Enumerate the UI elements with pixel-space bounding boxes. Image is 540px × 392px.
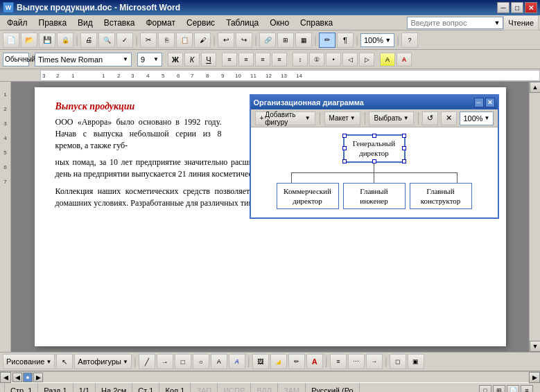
- drawing-button[interactable]: ✏: [319, 33, 336, 48]
- org-close-btn2[interactable]: ✕: [441, 112, 457, 125]
- open-button[interactable]: 📂: [21, 33, 37, 48]
- permission-button[interactable]: 🔒: [57, 33, 73, 48]
- maximize-button[interactable]: □: [511, 2, 523, 13]
- status-line: Ст 1: [132, 383, 159, 392]
- arrow-line-button[interactable]: →: [157, 354, 173, 369]
- sel-handle-tr: [402, 134, 406, 138]
- numbering-button[interactable]: ①: [309, 53, 324, 66]
- line-spacing-button[interactable]: ↕: [293, 53, 308, 66]
- spellcheck-button[interactable]: ✓: [116, 33, 133, 48]
- scroll-track-right[interactable]: [530, 93, 540, 341]
- bold-button[interactable]: Ж: [168, 53, 183, 66]
- clipart-button[interactable]: 🖼: [252, 354, 269, 369]
- menu-format[interactable]: Формат: [140, 17, 181, 29]
- hyperlink-button[interactable]: 🔗: [259, 33, 276, 48]
- format-painter-button[interactable]: 🖌: [194, 33, 211, 48]
- drawing-btn[interactable]: Рисование ▼: [3, 354, 55, 369]
- menu-window[interactable]: Окно: [264, 17, 295, 29]
- zoom-dropdown[interactable]: 100% ▼: [360, 33, 394, 47]
- 3d-button[interactable]: ▣: [408, 354, 424, 369]
- org-box-top[interactable]: Генеральный директор: [343, 134, 406, 163]
- menu-service[interactable]: Сервис: [181, 17, 220, 29]
- refresh-button[interactable]: ↺: [422, 112, 438, 125]
- add-shape-button[interactable]: + Добавить фигуру ▼: [255, 112, 315, 125]
- org-panel-close-button[interactable]: ✕: [485, 98, 495, 107]
- shadow-button[interactable]: ◻: [390, 354, 406, 369]
- new-button[interactable]: 📄: [3, 33, 19, 48]
- font-color-btn2[interactable]: A: [306, 354, 323, 369]
- arrow-tool-button[interactable]: ↖: [56, 354, 73, 369]
- font-name-dropdown[interactable]: Times New Roman ▼: [35, 53, 132, 66]
- align-right-button[interactable]: ≡: [255, 53, 270, 66]
- style-dropdown[interactable]: Обычный ▼: [3, 53, 29, 66]
- menu-file[interactable]: Файл: [1, 17, 33, 29]
- highlight-button[interactable]: A: [380, 53, 395, 66]
- view-web-button[interactable]: ⊞: [493, 385, 505, 393]
- org-top-label: Генеральный директор: [353, 139, 395, 157]
- line-tool-button[interactable]: ╱: [139, 354, 155, 369]
- menu-insert[interactable]: Вставка: [98, 17, 141, 29]
- scroll-up-button[interactable]: ▲: [530, 82, 540, 93]
- org-box-child1[interactable]: Коммерческий директор: [277, 183, 339, 210]
- rect-button[interactable]: □: [175, 354, 191, 369]
- org-zoom-dropdown[interactable]: 100% ▼: [460, 112, 493, 125]
- nav-select-button[interactable]: ●: [23, 373, 33, 382]
- copy-button[interactable]: ⎘: [158, 33, 175, 48]
- italic-button[interactable]: К: [184, 53, 200, 66]
- arrow-style-button[interactable]: →: [366, 354, 383, 369]
- scroll-down-button[interactable]: ▼: [530, 341, 540, 352]
- view-outline-button[interactable]: ≡: [521, 385, 533, 393]
- redo-button[interactable]: ↪: [236, 33, 252, 48]
- align-justify-button[interactable]: ≡: [272, 53, 287, 66]
- org-panel-minimize-button[interactable]: ─: [474, 98, 484, 107]
- search-input[interactable]: [410, 19, 494, 27]
- org-box-child2[interactable]: Главный инженер: [343, 183, 406, 210]
- scroll-left-button[interactable]: ◀: [0, 372, 11, 383]
- save-button[interactable]: 💾: [39, 33, 55, 48]
- fill-color-button[interactable]: ◢: [270, 354, 287, 369]
- columns-button[interactable]: ▦: [295, 33, 312, 48]
- line-style-button[interactable]: ≡: [330, 354, 347, 369]
- font-size-dropdown[interactable]: 9 ▼: [137, 53, 162, 66]
- layout-button[interactable]: Макет ▼: [324, 112, 360, 125]
- org-box-child3[interactable]: Главный конструктор: [410, 183, 472, 210]
- sep7: |: [396, 35, 400, 46]
- textbox-button[interactable]: A: [211, 354, 227, 369]
- menu-table[interactable]: Таблица: [220, 17, 264, 29]
- line-color-button[interactable]: ✏: [288, 354, 305, 369]
- menu-help[interactable]: Справка: [295, 17, 338, 29]
- print-preview-button[interactable]: 🔍: [98, 33, 115, 48]
- scroll-right-button[interactable]: ▶: [529, 372, 540, 383]
- help-button[interactable]: ?: [401, 33, 418, 48]
- font-color-button[interactable]: A: [397, 53, 412, 66]
- left-ruler-mark-4: 4: [3, 135, 6, 141]
- align-left-button[interactable]: ≡: [222, 53, 237, 66]
- paste-button[interactable]: 📋: [176, 33, 193, 48]
- menu-edit[interactable]: Правка: [33, 17, 73, 29]
- dash-style-button[interactable]: ⋯: [348, 354, 365, 369]
- align-center-button[interactable]: ≡: [238, 53, 254, 66]
- tables-button[interactable]: ⊞: [277, 33, 294, 48]
- minimize-button[interactable]: ─: [497, 2, 509, 13]
- menu-view[interactable]: Вид: [72, 17, 98, 29]
- oval-button[interactable]: ○: [193, 354, 209, 369]
- search-box[interactable]: ▼: [407, 17, 503, 29]
- print-button[interactable]: 🖨: [80, 33, 97, 48]
- decrease-indent-button[interactable]: ◁: [342, 53, 358, 66]
- nav-next-button[interactable]: ▶: [33, 373, 43, 382]
- view-normal-button[interactable]: □: [479, 385, 491, 393]
- autoshapes-button[interactable]: Автофигуры ▼: [74, 354, 132, 369]
- increase-indent-button[interactable]: ▷: [359, 53, 374, 66]
- underline-button[interactable]: Ч: [201, 53, 216, 66]
- view-print-button[interactable]: 📄: [507, 385, 519, 393]
- read-button[interactable]: Чтение: [503, 15, 539, 30]
- bullets-button[interactable]: •: [326, 53, 341, 66]
- close-button[interactable]: ✕: [525, 2, 537, 13]
- scroll-track-bottom[interactable]: [43, 372, 529, 382]
- undo-button[interactable]: ↩: [218, 33, 234, 48]
- cut-button[interactable]: ✂: [140, 33, 157, 48]
- wordart-button[interactable]: A: [229, 354, 245, 369]
- nav-prev-button[interactable]: ◀: [12, 373, 22, 382]
- select-button[interactable]: Выбрать ▼: [369, 112, 413, 125]
- show-para-button[interactable]: ¶: [337, 33, 354, 48]
